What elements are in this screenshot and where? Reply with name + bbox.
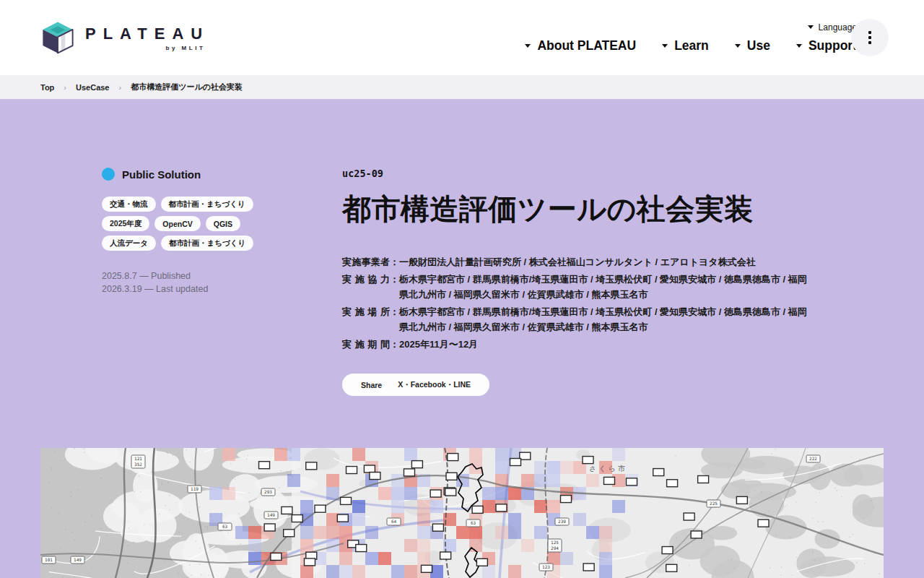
svg-text:63: 63 xyxy=(222,524,228,529)
svg-text:101: 101 xyxy=(45,557,53,562)
language-label: Language xyxy=(819,22,857,33)
category-label: Public Solution xyxy=(122,168,201,181)
nav-use[interactable]: Use xyxy=(735,38,770,53)
caret-down-icon xyxy=(796,44,802,48)
tag[interactable]: 2025年度 xyxy=(102,216,149,231)
category-badge: Public Solution xyxy=(102,168,342,181)
svg-text:64: 64 xyxy=(391,519,397,524)
svg-text:149: 149 xyxy=(74,557,82,562)
published-date: 2025.8.7 — Published xyxy=(102,269,342,282)
detail-label: 実施事業者 xyxy=(342,254,390,269)
usecase-map-image: 1213521192931496314910164632391252941232… xyxy=(40,448,884,578)
share-button[interactable]: Share X・Facebook・LINE xyxy=(342,374,489,396)
svg-text:さくら市: さくら市 xyxy=(589,465,627,473)
caret-down-icon xyxy=(662,44,668,48)
title-column: uc25-09 都市構造評価ツールの社会実装 実施事業者 ： 一般財団法人計量計… xyxy=(342,168,884,448)
header-navigation: Language About PLATEAU Learn Use Support xyxy=(525,22,889,53)
heatmap-map: 1213521192931496314910164632391252941232… xyxy=(40,448,884,578)
breadcrumb: Top › UseCase › 都市構造評価ツールの社会実装 xyxy=(0,75,924,99)
svg-text:125: 125 xyxy=(551,540,559,545)
detail-list: 実施事業者 ： 一般財団法人計量計画研究所 / 株式会社福山コンサルタント / … xyxy=(342,254,814,352)
nav-about-plateau[interactable]: About PLATEAU xyxy=(525,38,636,53)
svg-text:121: 121 xyxy=(134,456,142,461)
svg-text:293: 293 xyxy=(264,489,272,494)
tag[interactable]: OpenCV xyxy=(154,216,200,231)
detail-value: 栃木県宇都宮市 / 群馬県前橋市/埼玉県蓮田市 / 埼玉県松伏町 / 愛知県安城… xyxy=(399,304,814,335)
nav-label: Support xyxy=(808,38,857,53)
plateau-logo-icon xyxy=(40,21,75,54)
detail-colon: ： xyxy=(390,254,399,269)
detail-colon: ： xyxy=(390,272,399,302)
logo-byline: by MLIT xyxy=(166,45,206,51)
tag-list: 交通・物流 都市計画・まちづくり 2025年度 OpenCV QGIS 人流デー… xyxy=(102,197,282,251)
logo-brand: PLATEAU xyxy=(85,25,209,43)
detail-value: 栃木県宇都宮市 / 群馬県前橋市/埼玉県蓮田市 / 埼玉県松伏町 / 愛知県安城… xyxy=(399,272,814,302)
nav-learn[interactable]: Learn xyxy=(662,38,709,53)
tag[interactable]: 交通・物流 xyxy=(102,197,156,212)
svg-text:239: 239 xyxy=(558,519,566,524)
case-id: uc25-09 xyxy=(342,168,814,179)
detail-location: 実施場所 ： 栃木県宇都宮市 / 群馬県前橋市/埼玉県蓮田市 / 埼玉県松伏町 … xyxy=(342,304,814,335)
nav-label: Learn xyxy=(674,38,709,53)
svg-text:222: 222 xyxy=(809,456,817,461)
detail-label: 実施期間 xyxy=(342,337,390,352)
svg-text:352: 352 xyxy=(134,462,142,467)
detail-period: 実施期間 ： 2025年11月〜12月 xyxy=(342,337,814,352)
detail-operator: 実施事業者 ： 一般財団法人計量計画研究所 / 株式会社福山コンサルタント / … xyxy=(342,254,814,269)
detail-value: 一般財団法人計量計画研究所 / 株式会社福山コンサルタント / エアロトヨタ株式… xyxy=(399,254,814,269)
svg-text:119: 119 xyxy=(191,486,199,491)
detail-cooperation: 実施協力 ： 栃木県宇都宮市 / 群馬県前橋市/埼玉県蓮田市 / 埼玉県松伏町 … xyxy=(342,272,814,302)
tag[interactable]: QGIS xyxy=(206,216,240,231)
detail-colon: ： xyxy=(390,304,399,335)
meta-column: Public Solution 交通・物流 都市計画・まちづくり 2025年度 … xyxy=(102,168,342,448)
breadcrumb-usecase[interactable]: UseCase xyxy=(76,83,109,92)
nav-label: Use xyxy=(747,38,770,53)
site-header: PLATEAU by MLIT Language About PLATEAU L… xyxy=(0,0,924,75)
kebab-menu-icon xyxy=(868,31,871,44)
share-networks: X・Facebook・LINE xyxy=(398,380,471,390)
tag[interactable]: 都市計画・まちづくり xyxy=(161,236,253,251)
menu-button[interactable] xyxy=(851,19,889,56)
plateau-logo[interactable]: PLATEAU by MLIT xyxy=(40,21,209,54)
language-menu[interactable]: Language xyxy=(808,22,857,33)
plateau-logo-text: PLATEAU by MLIT xyxy=(85,25,209,51)
breadcrumb-separator-icon: › xyxy=(119,83,122,92)
detail-label: 実施場所 xyxy=(342,304,390,335)
detail-label: 実施協力 xyxy=(342,272,390,302)
breadcrumb-current: 都市構造評価ツールの社会実装 xyxy=(131,82,243,92)
detail-value: 2025年11月〜12月 xyxy=(399,337,814,352)
tag[interactable]: 都市計画・まちづくり xyxy=(161,197,253,212)
breadcrumb-separator-icon: › xyxy=(64,83,66,92)
main-nav: About PLATEAU Learn Use Support xyxy=(525,38,857,53)
breadcrumb-top[interactable]: Top xyxy=(40,83,54,92)
svg-text:63: 63 xyxy=(471,520,476,525)
share-label: Share xyxy=(361,381,382,389)
page-title: 都市構造評価ツールの社会実装 xyxy=(342,192,814,225)
last-updated-date: 2026.3.19 — Last updated xyxy=(102,282,342,296)
category-dot-icon xyxy=(102,168,115,181)
nav-support[interactable]: Support xyxy=(796,38,857,53)
publish-dates: 2025.8.7 — Published 2026.3.19 — Last up… xyxy=(102,269,342,296)
caret-down-icon xyxy=(808,25,814,29)
tag[interactable]: 人流データ xyxy=(102,236,156,251)
svg-text:225: 225 xyxy=(710,501,718,506)
caret-down-icon xyxy=(525,44,531,48)
nav-label: About PLATEAU xyxy=(537,38,636,53)
detail-colon: ： xyxy=(390,337,399,352)
svg-text:123: 123 xyxy=(542,564,550,569)
caret-down-icon xyxy=(735,44,741,48)
svg-text:149: 149 xyxy=(267,512,275,517)
svg-text:294: 294 xyxy=(551,545,559,551)
usecase-hero: Public Solution 交通・物流 都市計画・まちづくり 2025年度 … xyxy=(0,99,924,578)
